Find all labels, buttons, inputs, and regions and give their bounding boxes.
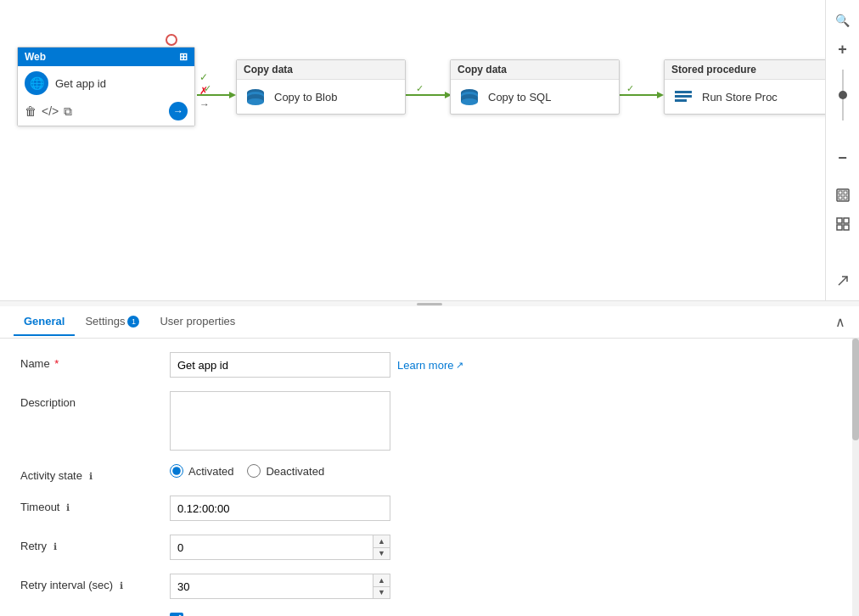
timeout-row: Timeout ℹ: [20, 496, 839, 521]
zoom-out-button[interactable]: −: [831, 146, 855, 170]
zoom-slider[interactable]: [842, 66, 844, 124]
node-copy-sql[interactable]: Copy data Copy to SQL: [450, 59, 620, 115]
node-web-actions: 🗑 </> ⧉ →: [18, 100, 194, 126]
delete-icon[interactable]: 🗑: [25, 104, 36, 118]
tab-user-properties[interactable]: User properties: [149, 308, 245, 336]
tabs-bar: General Settings 1 User properties ∧: [0, 306, 859, 339]
stored-lines-icon: [671, 85, 695, 109]
node-copy-blob-body: Copy to Blob: [237, 80, 405, 114]
secure-output-checkbox[interactable]: [170, 613, 183, 616]
run-arrow[interactable]: →: [169, 102, 188, 120]
status-success: ✓: [199, 71, 210, 83]
canvas-toolbar: 🔍 + −: [825, 0, 859, 301]
retry-interval-spinner[interactable]: ▲ ▼: [170, 574, 390, 599]
svg-rect-24: [675, 91, 692, 93]
retry-interval-control: ▲ ▼: [170, 574, 839, 599]
svg-point-23: [461, 98, 478, 105]
retry-spinner[interactable]: ▲ ▼: [170, 535, 390, 560]
svg-marker-1: [229, 92, 236, 98]
learn-more-link[interactable]: Learn more ↗: [397, 359, 463, 372]
description-control-area: [170, 391, 839, 451]
node-stored-body: Run Store Proc: [665, 80, 833, 114]
stored-label: Run Store Proc: [702, 91, 778, 104]
retry-interval-spinner-controls: ▲ ▼: [373, 574, 390, 598]
deactivated-radio[interactable]: [247, 464, 261, 478]
activity-state-row: Activity state ℹ Activated Deactivated: [20, 464, 839, 482]
name-control-area: Learn more ↗: [170, 352, 839, 378]
activity-state-control: Activated Deactivated: [170, 464, 839, 478]
tab-settings[interactable]: Settings 1: [75, 308, 149, 336]
settings-badge: 1: [127, 316, 139, 328]
stored-title: Stored procedure: [671, 64, 756, 76]
svg-rect-31: [844, 196, 847, 199]
copy-blob-title: Copy data: [244, 64, 293, 76]
fit-view-button[interactable]: [831, 183, 855, 207]
description-row: Description: [20, 391, 839, 451]
form-panel: Name * Learn more ↗ Description: [0, 339, 859, 616]
name-input[interactable]: [170, 352, 390, 378]
fit-all-button[interactable]: [831, 212, 855, 236]
retry-info-icon: ℹ: [53, 541, 57, 552]
node-stored-proc[interactable]: Stored procedure Run Store Proc: [664, 59, 834, 115]
secure-output-control: [170, 613, 839, 616]
retry-down-button[interactable]: ▼: [373, 548, 390, 560]
node-expand-icon[interactable]: ⊞: [179, 51, 188, 63]
tab-general[interactable]: General: [14, 308, 75, 336]
retry-up-button[interactable]: ▲: [373, 535, 390, 548]
status-skip: →: [199, 98, 210, 110]
svg-rect-32: [837, 218, 842, 223]
secure-output-row: Secure output ℹ: [20, 613, 839, 616]
node-copy-sql-header: Copy data: [451, 60, 619, 80]
copy-sql-label: Copy to SQL: [488, 91, 551, 104]
search-button[interactable]: 🔍: [831, 8, 855, 32]
svg-point-16: [247, 98, 264, 105]
retry-control: ▲ ▼: [170, 535, 839, 560]
node-web-label: Get app id: [55, 77, 106, 90]
activity-state-label: Activity state ℹ: [20, 464, 156, 482]
activated-radio-label[interactable]: Activated: [170, 464, 233, 478]
secure-output-label: Secure output ℹ: [20, 613, 156, 616]
svg-marker-5: [657, 92, 664, 98]
zoom-track: [842, 70, 844, 120]
start-circle: [166, 34, 177, 46]
web-globe-icon: 🌐: [25, 71, 48, 95]
radio-group: Activated Deactivated: [170, 464, 324, 478]
resize-dots: [417, 303, 442, 305]
copy-sql-title: Copy data: [458, 64, 507, 76]
retry-spinner-controls: ▲ ▼: [373, 535, 390, 559]
timeout-input[interactable]: [170, 496, 390, 521]
timeout-control: [170, 496, 839, 521]
deactivated-radio-label[interactable]: Deactivated: [247, 464, 324, 478]
svg-rect-25: [675, 95, 692, 98]
panel-collapse-button[interactable]: ∧: [835, 314, 845, 330]
copy-blob-label: Copy to Blob: [274, 91, 337, 104]
panel-scrollbar[interactable]: [852, 339, 859, 616]
external-link-icon: ↗: [456, 360, 463, 371]
timeout-info-icon: ℹ: [66, 502, 70, 512]
pipeline-canvas: ✓ ✓ ✓ ✓ Web ⊞ ✓ ✗ → 🌐 Get app id 🗑 </> ⧉…: [0, 0, 859, 301]
svg-rect-28: [839, 191, 842, 194]
blob-db-icon: [244, 85, 267, 109]
scrollbar-thumb[interactable]: [852, 339, 859, 440]
retry-interval-input[interactable]: [171, 574, 373, 598]
name-row: Name * Learn more ↗: [20, 352, 839, 378]
zoom-thumb: [839, 91, 847, 99]
collapse-canvas-button[interactable]: [831, 269, 855, 293]
status-error: ✗: [199, 85, 210, 97]
svg-rect-34: [837, 225, 842, 230]
svg-text:✓: ✓: [626, 83, 634, 93]
description-input[interactable]: [170, 391, 390, 451]
node-web[interactable]: Web ⊞ ✓ ✗ → 🌐 Get app id 🗑 </> ⧉ →: [17, 47, 195, 126]
zoom-in-button[interactable]: +: [831, 37, 855, 61]
code-icon[interactable]: </>: [42, 104, 59, 118]
retry-interval-down-button[interactable]: ▼: [373, 587, 390, 599]
copy-icon[interactable]: ⧉: [64, 104, 72, 119]
retry-row: Retry ℹ ▲ ▼: [20, 535, 839, 560]
retry-input[interactable]: [171, 535, 373, 559]
retry-interval-up-button[interactable]: ▲: [373, 574, 390, 587]
node-web-header: Web ⊞: [18, 48, 194, 66]
node-copy-blob[interactable]: Copy data Copy to Blob: [236, 59, 406, 115]
svg-text:✓: ✓: [416, 83, 424, 93]
retry-interval-label: Retry interval (sec) ℹ: [20, 574, 156, 591]
activated-radio[interactable]: [170, 464, 183, 478]
